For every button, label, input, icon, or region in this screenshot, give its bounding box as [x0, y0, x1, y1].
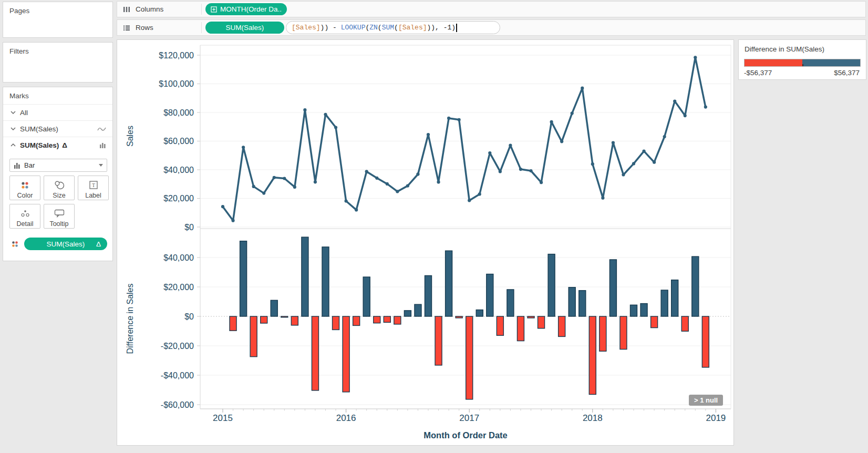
label-button[interactable]: T Label — [78, 176, 109, 200]
year-label[interactable]: 2015 — [213, 413, 233, 423]
difference-bar[interactable] — [497, 316, 503, 335]
sales-point[interactable] — [365, 170, 368, 173]
sales-point[interactable] — [673, 99, 676, 102]
difference-bar[interactable] — [230, 316, 236, 331]
sales-point[interactable] — [529, 169, 532, 172]
sales-point[interactable] — [221, 205, 224, 208]
difference-bar[interactable] — [640, 304, 647, 316]
sales-point[interactable] — [293, 186, 296, 189]
x-axis-title[interactable]: Month of Order Date — [423, 430, 508, 440]
difference-bar[interactable] — [487, 274, 493, 316]
sales-point[interactable] — [231, 219, 234, 222]
sales-point[interactable] — [622, 173, 625, 176]
sales-point[interactable] — [642, 150, 645, 153]
sales-point[interactable] — [560, 140, 563, 143]
difference-bar[interactable] — [600, 316, 606, 351]
sales-point[interactable] — [273, 176, 276, 179]
sales-point[interactable] — [386, 182, 389, 186]
chevron-down-icon[interactable] — [11, 111, 16, 114]
difference-bar[interactable] — [374, 316, 380, 323]
columns-shelf[interactable]: Columns MONTH(Order Da.. — [117, 1, 866, 17]
month-order-date-pill[interactable]: MONTH(Order Da.. — [205, 3, 287, 15]
plus-box-icon[interactable] — [211, 6, 217, 13]
difference-bar[interactable] — [538, 316, 545, 328]
sales-point[interactable] — [314, 180, 317, 183]
sales-point[interactable] — [262, 191, 265, 194]
marks-card-sum-sales-line[interactable]: SUM(Sales) — [3, 120, 112, 137]
difference-bar[interactable] — [692, 256, 699, 316]
sales-point[interactable] — [406, 184, 409, 188]
difference-bar[interactable] — [620, 316, 627, 349]
sales-point[interactable] — [375, 177, 378, 180]
pages-panel[interactable]: Pages — [3, 2, 113, 38]
difference-bar[interactable] — [579, 291, 586, 316]
sales-point[interactable] — [334, 126, 337, 129]
sales-point[interactable] — [242, 146, 245, 149]
line-y-axis-title[interactable]: Sales — [126, 126, 135, 147]
marks-card-sum-sales-delta[interactable]: SUM(Sales) Δ — [3, 137, 112, 153]
difference-bar[interactable] — [517, 316, 524, 341]
sales-point[interactable] — [540, 181, 543, 184]
visualization-canvas[interactable]: $0$20,000$40,000$60,000$80,000$100,000$1… — [117, 39, 734, 446]
difference-bar[interactable] — [651, 316, 658, 328]
sales-point[interactable] — [694, 56, 697, 59]
difference-bar[interactable] — [384, 316, 390, 322]
sales-point[interactable] — [427, 133, 430, 136]
sales-point[interactable] — [653, 161, 656, 164]
sales-point[interactable] — [303, 108, 306, 111]
size-button[interactable]: Size — [44, 176, 75, 200]
year-label[interactable]: 2019 — [706, 413, 726, 423]
difference-bar[interactable] — [333, 316, 339, 330]
difference-bar[interactable] — [302, 237, 308, 316]
sales-point[interactable] — [416, 172, 419, 176]
sales-difference-chart[interactable]: $0$20,000$40,000$60,000$80,000$100,000$1… — [117, 40, 735, 446]
diverging-color-ramp[interactable] — [744, 59, 861, 67]
filters-panel[interactable]: Filters — [3, 42, 113, 83]
difference-bar[interactable] — [404, 311, 411, 316]
sales-point[interactable] — [499, 170, 502, 173]
sales-point[interactable] — [519, 168, 522, 171]
difference-bar[interactable] — [548, 254, 555, 316]
sales-point[interactable] — [704, 105, 707, 108]
tooltip-button[interactable]: Tooltip — [44, 204, 75, 229]
sales-point[interactable] — [396, 190, 399, 193]
sales-point[interactable] — [458, 118, 461, 121]
sales-point[interactable] — [488, 151, 491, 155]
detail-button[interactable]: Detail — [9, 204, 40, 229]
difference-bar[interactable] — [661, 290, 668, 316]
difference-bar[interactable] — [291, 316, 298, 325]
difference-bar[interactable] — [240, 241, 247, 316]
difference-bar[interactable] — [363, 277, 370, 316]
sales-point[interactable] — [581, 87, 584, 90]
difference-bar[interactable] — [250, 316, 257, 357]
difference-bar[interactable] — [466, 316, 473, 399]
sales-point[interactable] — [571, 112, 574, 115]
sales-point[interactable] — [684, 114, 687, 117]
year-label[interactable]: 2016 — [336, 413, 356, 423]
difference-bar[interactable] — [609, 260, 616, 316]
difference-bar[interactable] — [271, 300, 277, 316]
sales-point[interactable] — [591, 162, 594, 166]
sales-line[interactable] — [223, 57, 706, 221]
sales-point[interactable] — [612, 141, 615, 144]
sales-point[interactable] — [478, 192, 481, 195]
difference-bar[interactable] — [322, 247, 329, 316]
sales-point[interactable] — [550, 120, 553, 123]
rows-shelf[interactable]: Rows SUM(Sales) [Sales])) - LOOKUP(ZN(SU… — [117, 19, 866, 36]
null-indicator-badge[interactable]: > 1 null — [689, 395, 723, 406]
sales-point[interactable] — [437, 180, 440, 183]
difference-bar[interactable] — [681, 316, 688, 331]
sum-sales-pill[interactable]: SUM(Sales) — [205, 22, 284, 34]
difference-bar[interactable] — [353, 316, 360, 325]
sales-point[interactable] — [283, 177, 286, 180]
difference-bar[interactable] — [312, 316, 318, 390]
chevron-down-icon[interactable] — [11, 127, 16, 130]
sales-point[interactable] — [632, 162, 635, 165]
difference-bar[interactable] — [507, 290, 514, 316]
chevron-up-icon[interactable] — [11, 143, 16, 147]
difference-bar[interactable] — [343, 316, 349, 392]
difference-bar[interactable] — [425, 275, 432, 316]
mark-type-dropdown[interactable]: Bar — [9, 159, 107, 172]
difference-bar[interactable] — [631, 305, 637, 316]
color-legend-card[interactable]: Difference in SUM(Sales) -$56,377 $56,37… — [738, 39, 866, 80]
